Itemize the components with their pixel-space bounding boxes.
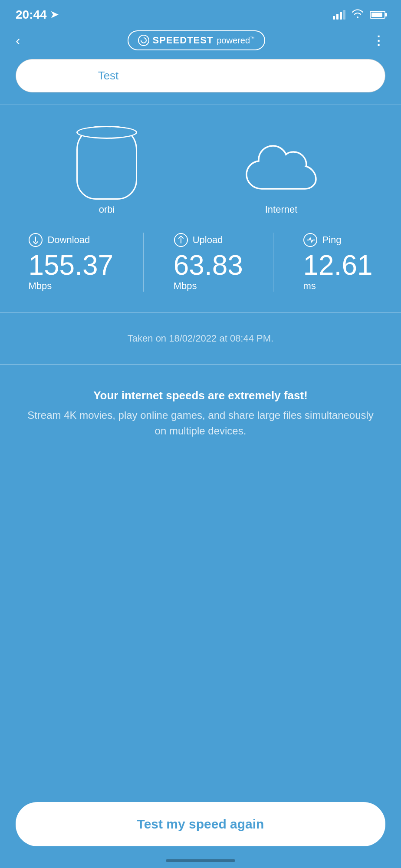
speedtest-badge: SPEEDTEST powered™ <box>128 30 266 50</box>
orbi-shape-icon <box>76 126 137 200</box>
orbi-top-ellipse <box>76 126 137 139</box>
home-indicator <box>166 859 235 862</box>
timestamp: Taken on 18/02/2022 at 08:44 PM. <box>0 325 401 352</box>
stats-section: Download 155.37 Mbps Upload 63.83 Mbps P… <box>0 220 401 300</box>
status-time: 20:44 ➤ <box>16 8 58 22</box>
stat-divider-1 <box>143 233 144 292</box>
download-stat: Download 155.37 Mbps <box>28 233 113 292</box>
signal-icon <box>333 10 345 20</box>
assessment-divider <box>0 547 401 547</box>
download-label: Download <box>47 234 90 246</box>
upload-icon <box>174 233 188 247</box>
speedtest-logo-icon <box>138 35 149 46</box>
tab-test[interactable]: Test <box>16 59 200 92</box>
menu-button[interactable]: ⋮ <box>372 33 385 48</box>
ping-label: Ping <box>322 234 341 246</box>
nav-bar: ‹ SPEEDTEST powered™ ⋮ <box>0 26 401 59</box>
download-icon <box>28 233 43 247</box>
tab-bar: Test History <box>16 59 385 92</box>
back-button[interactable]: ‹ <box>16 33 20 49</box>
upload-value: 63.83 <box>174 250 243 280</box>
ping-stat: Ping 12.61 ms <box>303 233 372 292</box>
stat-divider-2 <box>273 233 273 292</box>
status-right <box>333 9 385 21</box>
top-divider <box>0 105 401 105</box>
ping-value: 12.61 <box>303 250 372 280</box>
bottom-section: Test my speed again <box>16 802 385 846</box>
internet-label: Internet <box>265 204 298 215</box>
tab-history[interactable]: History <box>200 59 385 92</box>
assessment-title: Your internet speeds are extremely fast! <box>26 389 375 402</box>
speedtest-logo-inner <box>139 36 148 45</box>
upload-unit: Mbps <box>174 280 197 292</box>
ping-header: Ping <box>303 233 341 247</box>
wifi-icon <box>352 9 364 21</box>
speedtest-brand-text: SPEEDTEST <box>153 35 214 46</box>
test-again-button[interactable]: Test my speed again <box>16 802 385 846</box>
stats-divider <box>0 312 401 313</box>
upload-stat: Upload 63.83 Mbps <box>174 233 243 292</box>
timestamp-divider <box>0 364 401 365</box>
location-arrow-icon: ➤ <box>50 9 58 20</box>
orbi-device: orbi <box>76 126 137 215</box>
assessment-description: Stream 4K movies, play online games, and… <box>26 408 375 439</box>
nav-title: SPEEDTEST powered™ <box>128 30 266 50</box>
download-value: 155.37 <box>28 250 113 280</box>
upload-header: Upload <box>174 233 223 247</box>
internet-device: Internet <box>238 143 325 215</box>
battery-icon <box>370 11 385 19</box>
ping-icon <box>303 233 318 247</box>
time-display: 20:44 <box>16 8 47 22</box>
download-header: Download <box>28 233 90 247</box>
assessment-section: Your internet speeds are extremely fast!… <box>0 377 401 451</box>
upload-label: Upload <box>193 234 223 246</box>
devices-section: orbi Internet <box>0 117 401 220</box>
cloud-icon <box>238 143 325 200</box>
status-bar: 20:44 ➤ <box>0 0 401 26</box>
orbi-label: orbi <box>99 204 115 215</box>
speedtest-powered-text: powered™ <box>217 36 255 46</box>
ping-unit: ms <box>303 280 316 292</box>
download-unit: Mbps <box>28 280 52 292</box>
